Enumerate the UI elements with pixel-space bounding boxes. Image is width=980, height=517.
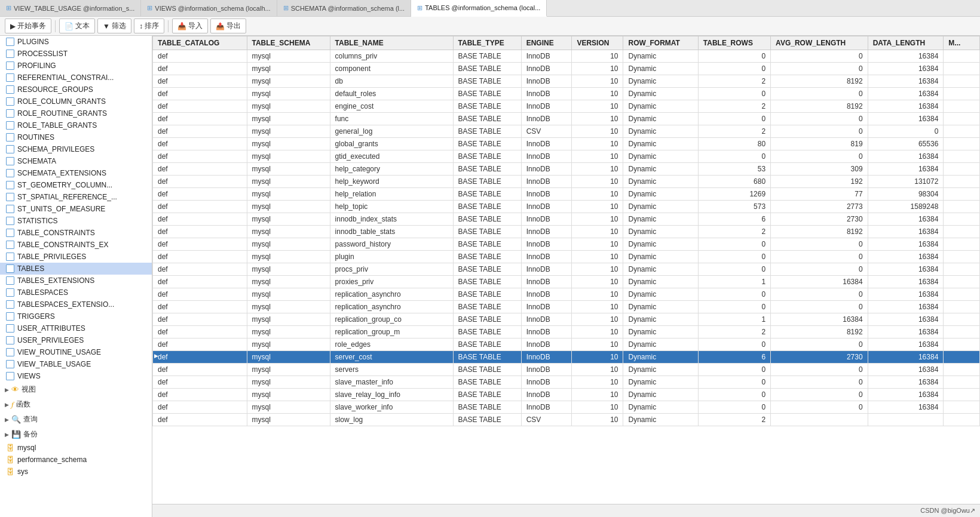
tab-schemata[interactable]: ⊞ SCHEMATA @information_schema (l... xyxy=(277,0,411,16)
sidebar-item-tablespaces[interactable]: TABLESPACES xyxy=(0,287,152,298)
table-cell: Dynamic xyxy=(623,188,698,201)
table-row[interactable]: defmysqlgeneral_logBASE TABLECSV10Dynami… xyxy=(153,125,980,138)
col-header-table_rows[interactable]: TABLE_ROWS xyxy=(698,36,770,50)
table-row[interactable]: defmysqlinnodb_table_statsBASE TABLEInno… xyxy=(153,226,980,238)
col-header-row_format[interactable]: ROW_FORMAT xyxy=(623,36,698,50)
table-row[interactable]: defmysqlslave_worker_infoBASE TABLEInnoD… xyxy=(153,401,980,414)
col-header-table_schema[interactable]: TABLE_SCHEMA xyxy=(247,36,330,50)
table-cell: mysql xyxy=(247,364,330,376)
sidebar-item-view_table_usage[interactable]: VIEW_TABLE_USAGE xyxy=(0,358,152,370)
sidebar-group-functions_group[interactable]: ▶ 𝑓 函数 xyxy=(0,397,152,412)
table-row[interactable]: defmysqlreplication_asynchroBASE TABLEIn… xyxy=(153,301,980,313)
table-row[interactable]: defmysqlpassword_historyBASE TABLEInnoDB… xyxy=(153,238,980,251)
sidebar-db-performance_schema[interactable]: 🗄performance_schema xyxy=(0,454,152,466)
col-header-table_catalog[interactable]: TABLE_CATALOG xyxy=(153,36,247,50)
sidebar-item-statistics[interactable]: STATISTICS xyxy=(0,215,152,227)
col-header-data_length[interactable]: DATA_LENGTH xyxy=(868,36,944,50)
table-row[interactable]: defmysqlproxies_privBASE TABLEInnoDB10Dy… xyxy=(153,276,980,288)
sidebar-item-st_geometry_column[interactable]: ST_GEOMETRY_COLUMN... xyxy=(0,179,152,191)
table-cell: password_history xyxy=(330,238,453,251)
sidebar-group-views_group[interactable]: ▶ 👁 视图 xyxy=(0,382,152,397)
table-row[interactable]: defmysqlserversBASE TABLEInnoDB10Dynamic… xyxy=(153,364,980,376)
table-cell: 16384 xyxy=(868,100,944,113)
sidebar-item-st_spatial_reference[interactable]: ST_SPATIAL_REFERENCE_... xyxy=(0,191,152,203)
table-cell xyxy=(944,313,980,326)
table-row[interactable]: defmysqlhelp_categoryBASE TABLEInnoDB10D… xyxy=(153,163,980,176)
sidebar-item-role_routine_grants[interactable]: ROLE_ROUTINE_GRANTS xyxy=(0,107,152,119)
start-transaction-button[interactable]: ▶ 开始事务 xyxy=(5,19,51,33)
sidebar-group-backup_group[interactable]: ▶ 💾 备份 xyxy=(0,427,152,442)
sidebar-item-plugins[interactable]: PLUGINS xyxy=(0,36,152,48)
table-row[interactable]: defmysqlcolumns_privBASE TABLEInnoDB10Dy… xyxy=(153,50,980,63)
col-header-version[interactable]: VERSION xyxy=(572,36,623,50)
table-cell: mysql xyxy=(247,113,330,125)
sidebar-db-sys[interactable]: 🗄sys xyxy=(0,466,152,478)
sidebar-item-processlist[interactable]: PROCESSLIST xyxy=(0,48,152,60)
col-header-avg_row_length[interactable]: AVG_ROW_LENGTH xyxy=(771,36,868,50)
table-row[interactable]: defmysqlslow_logBASE TABLECSV10Dynamic2 xyxy=(153,414,980,426)
sidebar-item-tablespaces_extensio[interactable]: TABLESPACES_EXTENSIO... xyxy=(0,298,152,310)
table-row[interactable]: defmysqlcomponentBASE TABLEInnoDB10Dynam… xyxy=(153,63,980,75)
sidebar-item-st_units_of_measure[interactable]: ST_UNITS_OF_MEASURE xyxy=(0,203,152,215)
sidebar-item-table_constraints_ex[interactable]: TABLE_CONSTRAINTS_EX xyxy=(0,239,152,251)
tab-views[interactable]: ⊞ VIEWS @information_schema (localh... xyxy=(141,0,277,16)
table-row[interactable]: defmysqldefault_rolesBASE TABLEInnoDB10D… xyxy=(153,88,980,100)
table-row[interactable]: defmysqlpluginBASE TABLEInnoDB10Dynamic0… xyxy=(153,251,980,263)
table-row[interactable]: defmysqlslave_relay_log_infoBASE TABLEIn… xyxy=(153,389,980,401)
table-row[interactable]: defmysqlglobal_grantsBASE TABLEInnoDB10D… xyxy=(153,138,980,150)
tab-tables[interactable]: ⊞ TABLES @information_schema (local... xyxy=(411,0,547,17)
table-row[interactable]: defmysqlreplication_asynchroBASE TABLEIn… xyxy=(153,288,980,301)
sidebar-item-views[interactable]: VIEWS xyxy=(0,370,152,382)
table-row[interactable]: defmysqlhelp_keywordBASE TABLEInnoDB10Dy… xyxy=(153,176,980,188)
sidebar-item-routines[interactable]: ROUTINES xyxy=(0,131,152,143)
sidebar-item-schemata_extensions[interactable]: SCHEMATA_EXTENSIONS xyxy=(0,167,152,179)
sort-button[interactable]: ↕ 排序 xyxy=(134,19,164,33)
sidebar-item-view_routine_usage[interactable]: VIEW_ROUTINE_USAGE xyxy=(0,346,152,358)
sidebar-group-queries_group[interactable]: ▶ 🔍 查询 xyxy=(0,412,152,427)
sidebar-item-user_attributes[interactable]: USER_ATTRIBUTES xyxy=(0,322,152,334)
tab-view-table-usage[interactable]: ⊞ VIEW_TABLE_USAGE @information_s... xyxy=(0,0,141,16)
table-row[interactable]: defmysqlreplication_group_coBASE TABLEIn… xyxy=(153,313,980,326)
sidebar-item-resource_groups[interactable]: RESOURCE_GROUPS xyxy=(0,84,152,96)
table-row[interactable]: defmysqlengine_costBASE TABLEInnoDB10Dyn… xyxy=(153,100,980,113)
import-button[interactable]: 📥 导入 xyxy=(172,19,208,33)
table-cell: 10 xyxy=(572,138,623,150)
col-header-table_type[interactable]: TABLE_TYPE xyxy=(453,36,521,50)
table-cell: 2 xyxy=(698,125,770,138)
col-header-more[interactable]: M... xyxy=(944,36,980,50)
sidebar-item-role_column_grants[interactable]: ROLE_COLUMN_GRANTS xyxy=(0,96,152,107)
table-cell: 2773 xyxy=(771,201,868,213)
col-header-engine[interactable]: ENGINE xyxy=(521,36,572,50)
table-row[interactable]: defmysqlrole_edgesBASE TABLEInnoDB10Dyna… xyxy=(153,338,980,351)
table-row[interactable]: defmysqlslave_master_infoBASE TABLEInnoD… xyxy=(153,376,980,389)
sidebar-item-table_privileges[interactable]: TABLE_PRIVILEGES xyxy=(0,251,152,263)
sidebar-item-schema_privileges[interactable]: SCHEMA_PRIVILEGES xyxy=(0,143,152,155)
sidebar-item-role_table_grants[interactable]: ROLE_TABLE_GRANTS xyxy=(0,119,152,131)
table-row[interactable]: defmysqlhelp_topicBASE TABLEInnoDB10Dyna… xyxy=(153,201,980,213)
export-button[interactable]: 📤 导出 xyxy=(210,19,246,33)
sidebar-db-mysql[interactable]: 🗄mysql xyxy=(0,442,152,454)
filter-button[interactable]: ▼ 筛选 xyxy=(97,19,131,33)
table-row[interactable]: defmysqlreplication_group_mBASE TABLEInn… xyxy=(153,326,980,338)
sidebar-item-referential_constraints[interactable]: REFERENTIAL_CONSTRAI... xyxy=(0,72,152,84)
sidebar-item-tables_extensions[interactable]: TABLES_EXTENSIONS xyxy=(0,275,152,287)
sidebar-item-table_constraints[interactable]: TABLE_CONSTRAINTS xyxy=(0,227,152,239)
table-row[interactable]: defmysqlinnodb_index_statsBASE TABLEInno… xyxy=(153,213,980,226)
sidebar-item-tables[interactable]: TABLES xyxy=(0,263,152,275)
sidebar-item-profiling[interactable]: PROFILING xyxy=(0,60,152,72)
table-row[interactable]: defmysqldbBASE TABLEInnoDB10Dynamic28192… xyxy=(153,75,980,88)
table-row[interactable]: defmysqlprocs_privBASE TABLEInnoDB10Dyna… xyxy=(153,263,980,276)
table-row[interactable]: defmysqlfuncBASE TABLEInnoDB10Dynamic001… xyxy=(153,113,980,125)
table-cell: def xyxy=(153,213,247,226)
table-row[interactable]: defmysqlhelp_relationBASE TABLEInnoDB10D… xyxy=(153,188,980,201)
table-cell: role_edges xyxy=(330,338,453,351)
sidebar-item-schemata[interactable]: SCHEMATA xyxy=(0,155,152,167)
table-container[interactable]: TABLE_CATALOGTABLE_SCHEMATABLE_NAMETABLE… xyxy=(152,36,980,504)
table-row[interactable]: defmysqlgtid_executedBASE TABLEInnoDB10D… xyxy=(153,150,980,163)
table-row[interactable]: ▶ defmysqlserver_costBASE TABLEInnoDB10D… xyxy=(153,351,980,364)
text-button[interactable]: 📄 文本 xyxy=(59,19,95,33)
sidebar-item-user_privileges[interactable]: USER_PRIVILEGES xyxy=(0,334,152,346)
sidebar-item-triggers[interactable]: TRIGGERS xyxy=(0,310,152,322)
col-header-table_name[interactable]: TABLE_NAME xyxy=(330,36,453,50)
table-cell: 16384 xyxy=(868,75,944,88)
